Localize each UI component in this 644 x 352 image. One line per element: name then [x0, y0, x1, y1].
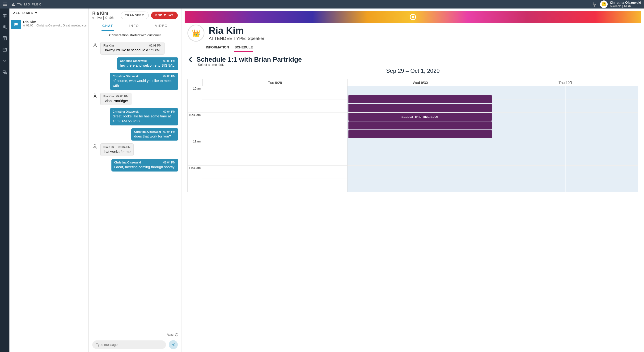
- chat-message: Christina Olszewski09:04 PMGreat, meetin…: [92, 159, 178, 171]
- svg-point-14: [94, 145, 96, 146]
- schedule-date-range: Sep 29 – Oct 1, 2020: [188, 68, 638, 74]
- chat-message: Ria Kim09:03 PMHowdy! I'd like to schedu…: [92, 42, 178, 55]
- chat-message: Ria Kim09:04 PMthat works for me: [92, 143, 178, 156]
- tasklist-header-label: ALL TASKS: [13, 11, 33, 15]
- chat-message: Christina Olszewski09:03 PMof course, wh…: [92, 73, 178, 90]
- person-icon: [92, 93, 98, 99]
- chat-status: Live | 01:06: [92, 16, 114, 20]
- chat-contact-name: Ria Kim: [92, 11, 114, 16]
- user-avatar[interactable]: 🙂: [600, 1, 608, 8]
- menu-icon[interactable]: [3, 3, 7, 6]
- schedule-title: Schedule 1:1 with Brian Partridge: [196, 56, 302, 63]
- tab-video[interactable]: VIDEO: [154, 22, 169, 31]
- chat-message: Ria Kim09:03 PMBrian Partridge!: [92, 93, 178, 105]
- message-text: hey there and welcome to SIGNAL!: [120, 63, 176, 68]
- cal-day-header: Thu 10/1: [493, 79, 638, 86]
- message-sender: Christina Olszewski: [114, 161, 141, 164]
- read-label: Read: [167, 333, 174, 336]
- signal-logo-icon: [410, 14, 416, 20]
- end-chat-button[interactable]: END CHAT: [151, 12, 178, 19]
- nav-layers-icon[interactable]: [2, 13, 7, 18]
- message-time: 09:03 PM: [163, 75, 176, 78]
- tab-info[interactable]: INFO: [128, 22, 140, 31]
- task-item[interactable]: Ria Kim 01:06 | Christina Olszewski: Gre…: [10, 18, 88, 32]
- svg-rect-0: [594, 2, 595, 5]
- time-slot[interactable]: [348, 104, 492, 112]
- cal-day-header: Tue 9/29: [202, 79, 348, 86]
- attendee-type-label: ATTENDEE TYPE: Speaker: [209, 36, 264, 41]
- task-meta: 01:06 | Christina Olszewski: Great, meet…: [23, 24, 86, 27]
- back-chevron-icon[interactable]: [188, 56, 194, 63]
- nav-smile-icon[interactable]: [2, 59, 7, 63]
- svg-point-11: [6, 60, 6, 61]
- person-icon: [92, 42, 98, 48]
- message-sender: Christina Olszewski: [134, 130, 161, 134]
- nav-calendar-icon[interactable]: [2, 47, 7, 52]
- user-name: Christina Olszewski: [610, 1, 641, 5]
- tasklist-filter[interactable]: ALL TASKS: [10, 9, 88, 18]
- svg-point-2: [5, 26, 6, 27]
- message-text: Great, meeting coming through shortly!: [114, 165, 176, 169]
- time-label: 11am: [188, 139, 202, 166]
- cal-day-thu[interactable]: [493, 86, 638, 192]
- time-label: 10am: [188, 86, 202, 113]
- message-time: 09:04 PM: [163, 110, 176, 113]
- time-label: 10:30am: [188, 113, 202, 139]
- message-time: 09:03 PM: [149, 44, 161, 47]
- tab-information[interactable]: INFORMATION: [206, 44, 230, 52]
- message-sender: Christina Olszewski: [120, 59, 146, 63]
- message-text: Brian Partridge!: [104, 99, 128, 103]
- tab-chat[interactable]: CHAT: [102, 22, 114, 31]
- svg-point-15: [175, 333, 178, 336]
- time-slot[interactable]: [348, 95, 492, 103]
- contact-avatar: 👑: [188, 25, 204, 42]
- svg-point-1: [4, 26, 5, 27]
- message-time: 09:03 PM: [116, 95, 128, 98]
- message-time: 09:04 PM: [163, 130, 176, 134]
- schedule-calendar: Tue 9/29 Wed 9/30 Thu 10/1 10am 10:30am …: [188, 79, 638, 192]
- send-button[interactable]: [169, 340, 178, 349]
- message-text: Great, looks like he has some time at 10…: [112, 114, 176, 124]
- contact-profile-name: Ria Kim: [209, 25, 264, 36]
- message-text: of course, who would you like to meet wi…: [112, 79, 176, 88]
- cal-day-wed[interactable]: SELECT THIS TIME SLOT ↖: [348, 86, 493, 192]
- message-text: that works for me: [104, 149, 130, 154]
- svg-rect-6: [3, 48, 6, 51]
- chevron-down-icon: [35, 12, 37, 14]
- svg-point-13: [94, 94, 96, 96]
- message-sender: Christina Olszewski: [112, 75, 139, 78]
- brand-logo-icon: [11, 2, 15, 6]
- chat-message: Christina Olszewski09:04 PMdoes that wor…: [92, 128, 178, 141]
- message-sender: Christina Olszewski: [112, 110, 139, 113]
- time-slot-selected[interactable]: SELECT THIS TIME SLOT: [348, 113, 492, 121]
- message-time: 09:04 PM: [163, 161, 176, 164]
- chat-message: Christina Olszewski09:04 PMGreat, looks …: [92, 108, 178, 125]
- message-sender: Ria Kim: [104, 146, 114, 149]
- svg-point-12: [94, 43, 96, 45]
- svg-point-10: [4, 60, 4, 61]
- tab-schedule[interactable]: SCHEDULE: [234, 44, 253, 52]
- brand-gradient-bar: [184, 11, 641, 23]
- nav-people-icon[interactable]: [2, 25, 7, 29]
- microphone-icon[interactable]: [592, 2, 596, 7]
- brand-text: TWILIO FLEX: [17, 3, 41, 6]
- cal-day-tue[interactable]: [202, 86, 348, 192]
- transfer-button[interactable]: TRANSFER: [121, 12, 149, 19]
- time-label: 11:30am: [188, 166, 202, 192]
- message-text: Howdy! I'd like to schedule a 1:1 call.: [104, 48, 162, 53]
- time-slot[interactable]: [348, 121, 492, 129]
- schedule-subtitle: Select a time slot.: [198, 63, 638, 67]
- person-icon: [92, 143, 98, 150]
- message-time: 09:03 PM: [163, 59, 176, 63]
- chat-message: Christina Olszewski09:03 PMhey there and…: [92, 57, 178, 70]
- conversation-started-label: Conversation started with customer: [88, 31, 182, 40]
- task-title: Ria Kim: [23, 20, 86, 24]
- message-input[interactable]: [92, 340, 166, 349]
- user-status: Available | 1d 4h: [610, 5, 641, 8]
- message-text: does that work for you?: [134, 134, 176, 139]
- nav-chat-icon[interactable]: [2, 70, 7, 75]
- message-time: 09:04 PM: [118, 146, 130, 149]
- nav-dashboard-icon[interactable]: [2, 36, 7, 41]
- cal-day-header: Wed 9/30: [348, 79, 493, 86]
- time-slot[interactable]: [348, 130, 492, 138]
